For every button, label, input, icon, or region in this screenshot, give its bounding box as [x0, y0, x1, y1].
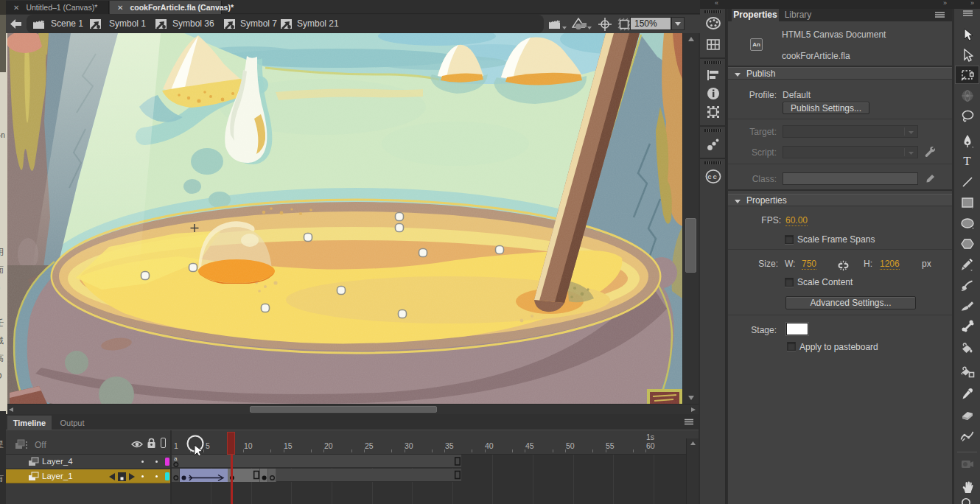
svg-text:a: a: [174, 455, 178, 462]
svg-text:c: c: [707, 172, 711, 181]
svg-text:c: c: [713, 172, 717, 181]
